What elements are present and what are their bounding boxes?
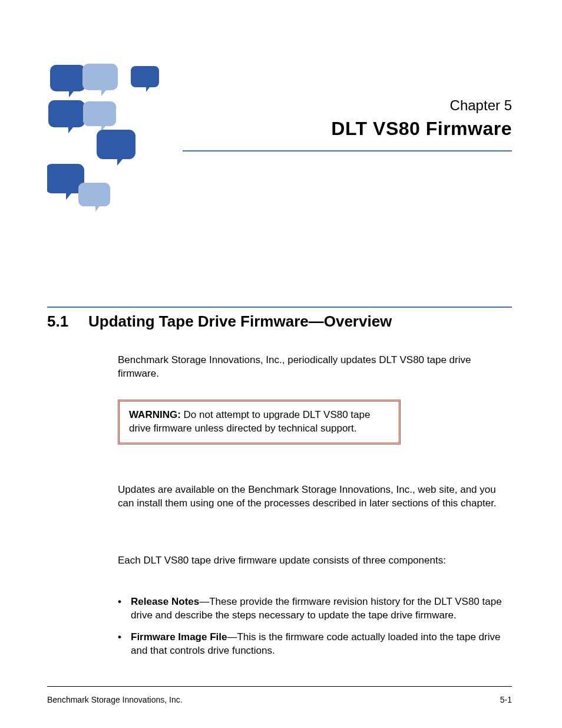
- chapter-title: DLT VS80 Firmware: [331, 118, 512, 140]
- list-item: • Release Notes—These provide the firmwa…: [118, 595, 512, 622]
- list-item-text: Firmware Image File—This is the firmware…: [131, 631, 512, 658]
- bullet-icon: •: [118, 595, 131, 622]
- warning-box: WARNING: Do not attempt to upgrade DLT V…: [118, 400, 401, 444]
- section-title: Updating Tape Drive Firmware—Overview: [88, 312, 392, 330]
- list-item-text: Release Notes—These provide the firmware…: [131, 595, 512, 622]
- list-item-strong: Firmware Image File: [131, 631, 227, 643]
- section-number: 5.1: [47, 312, 88, 331]
- list-item: • Firmware Image File—This is the firmwa…: [118, 631, 512, 658]
- paragraph-3: Each DLT VS80 tape drive firmware update…: [118, 554, 512, 568]
- paragraph-2: Updates are available on the Benchmark S…: [118, 483, 512, 510]
- chapter-rule: [183, 150, 512, 151]
- paragraph-1: Benchmark Storage Innovations, Inc., per…: [118, 354, 512, 381]
- chapter-label: Chapter 5: [450, 97, 512, 114]
- footer-rule: [47, 686, 512, 687]
- section-rule: [47, 307, 512, 308]
- footer-page-number: 5-1: [500, 695, 512, 704]
- bullet-icon: •: [118, 631, 131, 658]
- page: Chapter 5 DLT VS80 Firmware 5.1Updating …: [0, 0, 562, 728]
- list-item-strong: Release Notes: [131, 596, 199, 607]
- bullet-list: • Release Notes—These provide the firmwa…: [118, 595, 512, 666]
- logo-graphic: [47, 59, 165, 212]
- footer-left: Benchmark Storage Innovations, Inc.: [47, 695, 183, 704]
- section-heading: 5.1Updating Tape Drive Firmware—Overview: [47, 312, 512, 331]
- warning-label: WARNING:: [129, 409, 181, 420]
